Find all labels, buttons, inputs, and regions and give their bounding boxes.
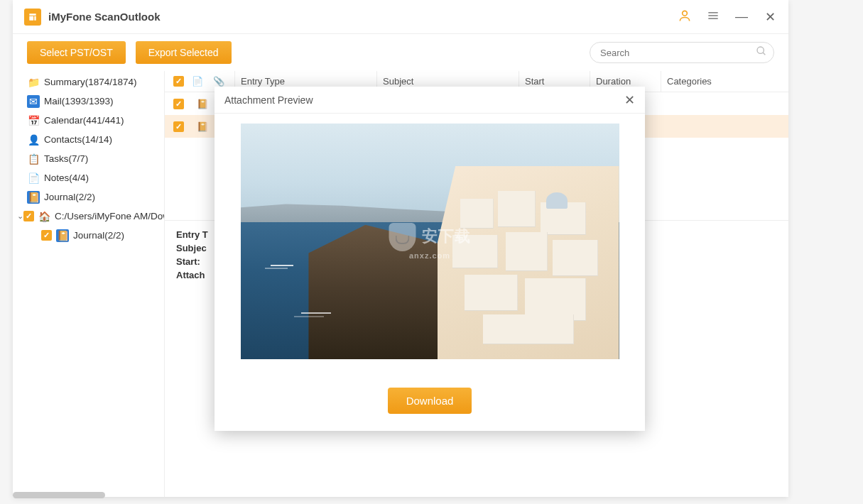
sidebar-item-journal-child[interactable]: 📔 Journal(2/2) <box>13 226 164 245</box>
svg-line-5 <box>763 53 765 55</box>
folder-icon: 📁 <box>27 76 40 89</box>
calendar-icon: 📅 <box>27 114 40 127</box>
sidebar-item-label: Journal(2/2) <box>73 230 124 241</box>
tree-checkbox[interactable] <box>23 211 34 221</box>
search-container <box>590 42 774 63</box>
download-button[interactable]: Download <box>388 388 472 414</box>
journal-entry-icon: 📔 <box>192 121 213 132</box>
search-icon[interactable] <box>756 45 767 60</box>
horizontal-scrollbar[interactable] <box>13 492 105 498</box>
sidebar-item-label: Tasks(7/7) <box>44 153 88 164</box>
detail-subject-label: Subjec <box>176 243 207 253</box>
detail-start-label: Start: <box>176 256 200 267</box>
chevron-down-icon[interactable]: ⌄ <box>17 212 23 221</box>
toolbar: Select PST/OST Export Selected <box>13 34 788 71</box>
header-attach-col: 📎 <box>213 76 234 87</box>
sidebar-item-calendar[interactable]: 📅 Calendar(441/441) <box>13 111 164 130</box>
watermark-sub: anxz.com <box>389 251 471 260</box>
shield-icon <box>389 223 416 251</box>
tree-checkbox[interactable] <box>41 230 52 241</box>
contacts-icon: 👤 <box>27 133 40 146</box>
watermark-text: 安下载 <box>422 227 471 245</box>
dialog-title: Attachment Preview <box>224 94 624 106</box>
sidebar-item-notes[interactable]: 📄 Notes(4/4) <box>13 168 164 187</box>
journal-entry-icon: 📔 <box>192 99 213 109</box>
app-window: iMyFone ScanOutlook — ✕ Select PST/OST E… <box>13 0 788 497</box>
app-logo-icon <box>24 9 41 26</box>
row-checkbox[interactable] <box>173 99 184 109</box>
sidebar-item-label: Notes(4/4) <box>44 172 89 183</box>
header-categories[interactable]: Categories <box>661 71 788 92</box>
journal-icon: 📔 <box>27 191 40 204</box>
sidebar-tree: 📁 Summary(1874/1874) ✉ Mail(1393/1393) 📅… <box>13 71 165 497</box>
row-checkbox[interactable] <box>173 121 184 132</box>
notes-icon: 📄 <box>27 172 40 185</box>
preview-image: 安下载 anxz.com <box>241 124 619 359</box>
tasks-icon: 📋 <box>27 153 40 165</box>
header-checkbox-col[interactable]: ✓ <box>165 76 192 87</box>
select-pst-button[interactable]: Select PST/OST <box>27 41 126 64</box>
sidebar-item-contacts[interactable]: 👤 Contacts(14/14) <box>13 130 164 149</box>
journal-icon: 📔 <box>56 229 69 242</box>
sidebar-item-path[interactable]: ⌄ 🏠 C:/Users/iMyFone AM/Downlo <box>13 207 164 226</box>
svg-point-4 <box>757 47 764 53</box>
sidebar-item-label: Journal(2/2) <box>44 192 95 202</box>
close-button[interactable]: ✕ <box>763 9 777 25</box>
search-input[interactable] <box>590 42 774 63</box>
sidebar-item-label: C:/Users/iMyFone AM/Downlo <box>55 211 165 221</box>
sidebar-item-tasks[interactable]: 📋 Tasks(7/7) <box>13 149 164 168</box>
detail-attach-label: Attach <box>176 270 205 280</box>
svg-point-0 <box>683 11 688 16</box>
attachment-preview-dialog: Attachment Preview ✕ <box>215 87 645 431</box>
dialog-close-button[interactable]: ✕ <box>624 92 635 108</box>
menu-icon[interactable] <box>706 9 720 26</box>
minimize-button[interactable]: — <box>734 9 749 24</box>
sidebar-item-journal[interactable]: 📔 Journal(2/2) <box>13 187 164 207</box>
titlebar: iMyFone ScanOutlook — ✕ <box>13 0 788 34</box>
watermark: 安下载 anxz.com <box>389 223 471 260</box>
header-icon-col: 📄 <box>192 76 213 87</box>
mail-icon: ✉ <box>27 95 40 108</box>
sidebar-item-label: Mail(1393/1393) <box>44 96 114 106</box>
sidebar-item-label: Contacts(14/14) <box>44 134 112 145</box>
sidebar-item-summary[interactable]: 📁 Summary(1874/1874) <box>13 72 164 92</box>
export-selected-button[interactable]: Export Selected <box>136 41 232 64</box>
detail-entry-label: Entry T <box>176 229 208 240</box>
sidebar-item-mail[interactable]: ✉ Mail(1393/1393) <box>13 92 164 111</box>
sidebar-item-label: Summary(1874/1874) <box>44 77 137 87</box>
user-icon[interactable] <box>678 9 692 26</box>
home-icon: 🏠 <box>38 210 50 223</box>
dialog-header: Attachment Preview ✕ <box>215 87 645 114</box>
sidebar-item-label: Calendar(441/441) <box>44 115 124 126</box>
app-title: iMyFone ScanOutlook <box>48 11 678 23</box>
dialog-body: 安下载 anxz.com Download <box>215 114 645 431</box>
